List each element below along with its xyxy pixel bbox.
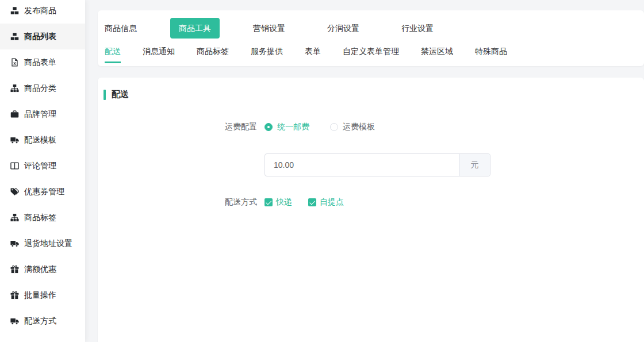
sidebar: 发布商品商品列表商品表单商品分类品牌管理配送模板评论管理优惠券管理商品标签退货地… (0, 0, 85, 342)
sidebar-menu: 发布商品商品列表商品表单商品分类品牌管理配送模板评论管理优惠券管理商品标签退货地… (0, 0, 85, 334)
sidebar-item-label: 批量操作 (24, 290, 56, 301)
sidebar-item-label: 品牌管理 (24, 109, 56, 120)
checkbox-label: 快递 (276, 197, 292, 207)
gift-icon (10, 291, 19, 299)
cubes-icon (10, 6, 19, 15)
sub-tab-embargo-area[interactable]: 禁运区域 (421, 43, 453, 63)
tab-product-info[interactable]: 商品信息 (105, 18, 137, 39)
checkbox-check-icon (264, 198, 273, 206)
sitemap-icon (10, 213, 19, 222)
radio-freight-template[interactable]: 运费模板 (330, 122, 375, 132)
sidebar-item-delivery-method[interactable]: 配送方式 (0, 308, 85, 334)
tab-marketing-settings[interactable]: 营销设置 (253, 18, 285, 39)
radio-label: 统一邮费 (277, 122, 309, 132)
checkbox-check-icon (308, 198, 316, 206)
sidebar-item-label: 配送模板 (24, 135, 56, 145)
sub-tab-delivery[interactable]: 配送 (105, 43, 121, 63)
delivery-checkbox-group: 快递自提点 (264, 191, 360, 213)
sidebar-item-coupon-management[interactable]: 优惠券管理 (0, 179, 85, 205)
sub-tab-form[interactable]: 表单 (305, 43, 321, 63)
section-header: 配送 (103, 89, 644, 100)
tab-industry-settings[interactable]: 行业设置 (401, 18, 434, 39)
page: 发布商品商品列表商品表单商品分类品牌管理配送模板评论管理优惠券管理商品标签退货地… (0, 0, 644, 342)
sidebar-item-delivery-template[interactable]: 配送模板 (0, 127, 85, 153)
checkbox-pickup-point[interactable]: 自提点 (308, 197, 344, 207)
checkbox-express[interactable]: 快递 (264, 197, 292, 207)
sidebar-item-label: 满额优惠 (24, 264, 56, 275)
sitemap-icon (10, 84, 19, 93)
sidebar-item-product-tags[interactable]: 商品标签 (0, 205, 85, 230)
sidebar-item-label: 商品标签 (24, 213, 56, 223)
file-icon (10, 58, 19, 67)
tab-profit-settings[interactable]: 分润设置 (327, 18, 359, 39)
sidebar-item-return-address-settings[interactable]: 退货地址设置 (0, 230, 85, 256)
sidebar-item-product-form[interactable]: 商品表单 (0, 49, 85, 75)
tab-product-tools[interactable]: 商品工具 (170, 18, 220, 39)
sidebar-item-label: 商品分类 (24, 83, 56, 94)
sidebar-item-brand-management[interactable]: 品牌管理 (0, 101, 85, 127)
truck-icon (10, 317, 19, 325)
sidebar-item-label: 评论管理 (24, 161, 56, 171)
sub-tab-custom-form-management[interactable]: 自定义表单管理 (343, 43, 399, 63)
sidebar-item-full-amount-discount[interactable]: 满额优惠 (0, 256, 85, 282)
briefcase-icon (10, 110, 19, 118)
freight-config-label: 运费配置 (98, 122, 257, 132)
tabs-card: 商品信息商品工具营销设置分润设置行业设置 配送消息通知商品标签服务提供表单自定义… (98, 10, 644, 66)
sidebar-item-product-category[interactable]: 商品分类 (0, 75, 85, 101)
sidebar-item-comment-management[interactable]: 评论管理 (0, 153, 85, 179)
delivery-method-label: 配送方式 (98, 197, 257, 207)
sidebar-item-label: 发布商品 (24, 6, 56, 16)
sidebar-item-publish-product[interactable]: 发布商品 (0, 0, 85, 24)
sidebar-item-label: 商品表单 (24, 57, 56, 68)
postage-amount-input[interactable] (265, 154, 459, 176)
postage-input-group: 元 (264, 153, 490, 176)
sidebar-item-batch-operation[interactable]: 批量操作 (0, 282, 85, 308)
columns-icon (10, 162, 19, 170)
sidebar-item-label: 优惠券管理 (24, 187, 64, 197)
freight-config-row: 运费配置 统一邮费运费模板 (98, 116, 644, 138)
postage-amount-row: 元 (264, 153, 644, 176)
gift-icon (10, 265, 19, 274)
content-card: 配送 运费配置 统一邮费运费模板 元 配送方式 快递自提点 (98, 78, 644, 342)
sub-tab-message-notification[interactable]: 消息通知 (143, 43, 175, 63)
section-accent-bar (103, 90, 106, 100)
postage-unit-suffix: 元 (459, 154, 490, 176)
sub-tab-service-provide[interactable]: 服务提供 (251, 43, 283, 63)
truck-icon (10, 136, 19, 144)
sub-tabs: 配送消息通知商品标签服务提供表单自定义表单管理禁运区域特殊商品 (98, 43, 644, 63)
radio-label: 运费模板 (343, 122, 375, 132)
checkbox-label: 自提点 (320, 197, 344, 207)
sidebar-item-label: 退货地址设置 (24, 239, 72, 249)
truck-icon (10, 239, 19, 248)
radio-unified-postage[interactable]: 统一邮费 (264, 122, 309, 132)
sub-tab-special-product[interactable]: 特殊商品 (475, 43, 507, 63)
header-tabs: 商品信息商品工具营销设置分润设置行业设置 (98, 10, 644, 39)
radio-circle-icon (330, 123, 338, 131)
sub-tab-product-label[interactable]: 商品标签 (197, 43, 229, 63)
sidebar-item-label: 配送方式 (24, 316, 56, 326)
sidebar-item-product-list[interactable]: 商品列表 (0, 24, 85, 49)
radio-circle-icon (264, 123, 273, 131)
freight-radio-group: 统一邮费运费模板 (264, 116, 396, 138)
tags-icon (10, 187, 19, 196)
sidebar-item-label: 商品列表 (24, 32, 56, 42)
cubes-icon (10, 32, 19, 41)
section-title: 配送 (112, 89, 129, 100)
delivery-method-row: 配送方式 快递自提点 (98, 191, 644, 213)
delivery-form: 运费配置 统一邮费运费模板 元 配送方式 快递自提点 (98, 116, 644, 213)
